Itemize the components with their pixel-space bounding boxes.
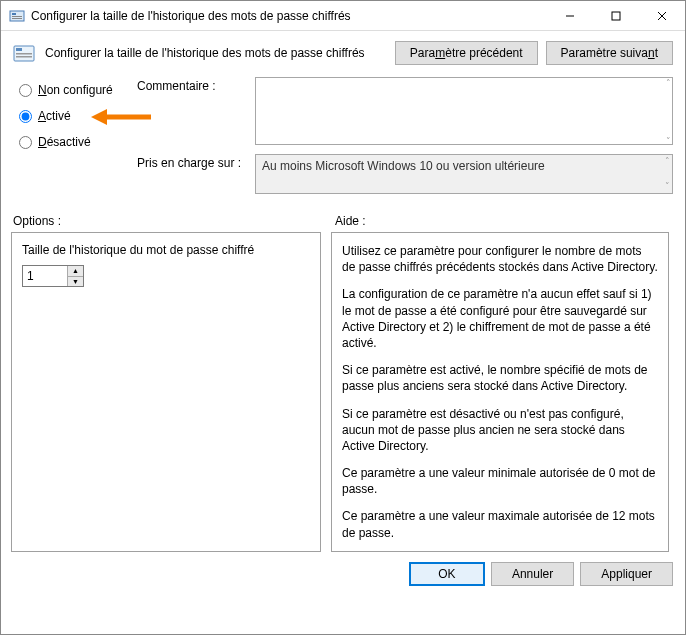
ok-button[interactable]: OK — [409, 562, 485, 586]
svg-rect-1 — [12, 13, 16, 15]
help-pane: Utilisez ce paramètre pour configurer le… — [331, 232, 669, 552]
state-radio-group: Non configuré Activé Désactivé — [19, 77, 129, 200]
supported-on-value: Au moins Microsoft Windows 10 ou version… — [262, 159, 545, 173]
comment-textarea[interactable] — [255, 77, 673, 145]
close-button[interactable] — [639, 1, 685, 30]
supported-label: Pris en charge sur : — [137, 154, 247, 194]
svg-rect-5 — [612, 12, 620, 20]
minimize-button[interactable] — [547, 1, 593, 30]
help-p5: Ce paramètre a une valeur minimale autor… — [342, 465, 658, 497]
prev-setting-button[interactable]: Paramètre précédent — [395, 41, 538, 65]
maximize-button[interactable] — [593, 1, 639, 30]
radio-not-configured-label[interactable]: Non configuré — [38, 83, 113, 97]
svg-rect-3 — [12, 18, 22, 19]
help-p2: La configuration de ce paramètre n'a auc… — [342, 286, 658, 351]
highlight-arrow-icon — [91, 107, 151, 127]
supported-on-box: Au moins Microsoft Windows 10 ou version… — [255, 154, 673, 194]
history-size-label: Taille de l'historique du mot de passe c… — [22, 243, 310, 257]
help-p6: Ce paramètre a une valeur maximale autor… — [342, 508, 658, 540]
radio-not-configured[interactable] — [19, 84, 32, 97]
radio-enabled-label[interactable]: Activé — [38, 109, 71, 123]
help-p3: Si ce paramètre est activé, le nombre sp… — [342, 362, 658, 394]
svg-marker-13 — [91, 109, 107, 125]
policy-icon — [9, 8, 25, 24]
spinner-up-button[interactable]: ▲ — [68, 266, 83, 277]
cancel-button[interactable]: Annuler — [491, 562, 574, 586]
help-p4: Si ce paramètre est désactivé ou n'est p… — [342, 406, 658, 455]
svg-rect-10 — [16, 53, 32, 55]
policy-large-icon — [13, 42, 35, 64]
svg-rect-11 — [16, 56, 32, 58]
comment-label: Commentaire : — [137, 77, 247, 148]
radio-disabled[interactable] — [19, 136, 32, 149]
titlebar-text: Configurer la taille de l'historique des… — [31, 9, 547, 23]
footer-buttons: OK Annuler Appliquer — [1, 552, 685, 596]
help-p1: Utilisez ce paramètre pour configurer le… — [342, 243, 658, 275]
radio-disabled-label[interactable]: Désactivé — [38, 135, 91, 149]
radio-enabled[interactable] — [19, 110, 32, 123]
apply-button[interactable]: Appliquer — [580, 562, 673, 586]
help-section-label: Aide : — [335, 214, 366, 228]
spinner-down-button[interactable]: ▼ — [68, 277, 83, 287]
next-setting-button[interactable]: Paramètre suivant — [546, 41, 673, 65]
svg-rect-9 — [16, 48, 22, 51]
header-row: Configurer la taille de l'historique des… — [1, 31, 685, 73]
options-pane: Taille de l'historique du mot de passe c… — [11, 232, 321, 552]
titlebar: Configurer la taille de l'historique des… — [1, 1, 685, 31]
history-size-input[interactable] — [23, 266, 67, 286]
svg-rect-2 — [12, 16, 22, 17]
history-size-spinner[interactable]: ▲ ▼ — [22, 265, 84, 287]
options-section-label: Options : — [13, 214, 335, 228]
header-title: Configurer la taille de l'historique des… — [45, 46, 385, 60]
